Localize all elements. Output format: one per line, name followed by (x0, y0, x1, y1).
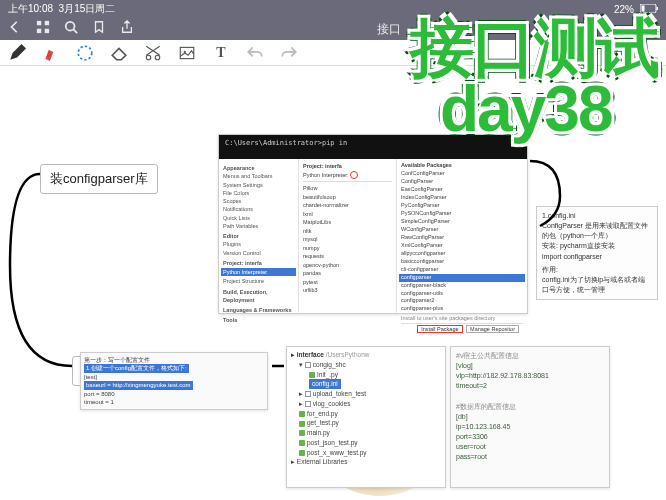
svg-rect-2 (657, 7, 659, 10)
svg-point-12 (146, 55, 151, 60)
svg-rect-6 (45, 29, 49, 33)
grid-icon[interactable] (36, 20, 50, 38)
svg-rect-14 (180, 47, 194, 58)
share-icon[interactable] (120, 20, 134, 38)
overlay-title: 接口测试 day38 (410, 18, 658, 140)
back-icon[interactable] (8, 20, 22, 38)
undo-icon[interactable] (246, 44, 264, 62)
pencil-icon[interactable] (8, 44, 26, 62)
cut-icon[interactable] (144, 44, 162, 62)
text-icon[interactable]: T (212, 44, 230, 62)
svg-rect-1 (642, 5, 645, 11)
svg-point-7 (66, 22, 75, 31)
svg-rect-3 (37, 21, 41, 25)
selection-icon[interactable] (76, 44, 94, 62)
eraser-icon[interactable] (110, 44, 128, 62)
status-date: 3月15日周二 (59, 3, 116, 14)
search-icon[interactable] (64, 20, 78, 38)
mindmap-canvas[interactable]: 接口测试 day38 装configparser库 创建一个config.ini… (0, 66, 666, 500)
image-icon[interactable] (178, 44, 196, 62)
redo-icon[interactable] (280, 44, 298, 62)
status-time: 上午10:08 (8, 3, 53, 14)
svg-rect-5 (37, 29, 41, 33)
svg-point-11 (78, 46, 92, 60)
highlighter-icon[interactable] (42, 44, 60, 62)
svg-point-13 (155, 55, 160, 60)
bookmark-icon[interactable] (92, 20, 106, 38)
svg-rect-4 (45, 21, 49, 25)
